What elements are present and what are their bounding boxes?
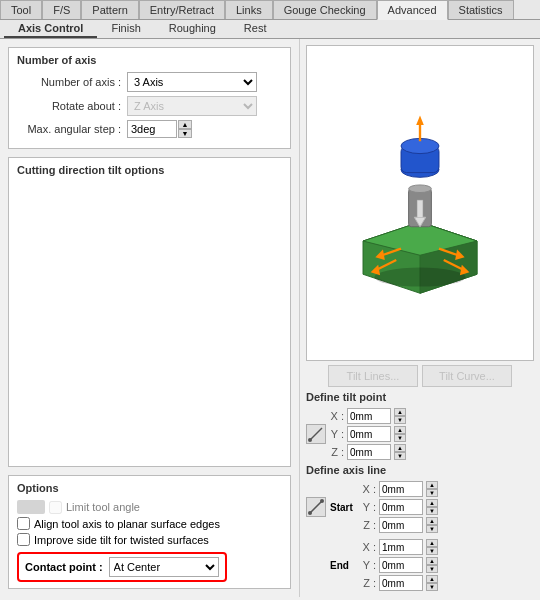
axis-end-y-down[interactable]: ▼	[426, 565, 438, 573]
axis-start-z-up[interactable]: ▲	[426, 517, 438, 525]
cutting-section: Cutting direction tilt options	[8, 157, 291, 467]
sub-tab-axis-control[interactable]: Axis Control	[4, 20, 97, 38]
limit-tool-angle-label: Limit tool angle	[66, 501, 140, 513]
axis-section-title: Number of axis	[17, 54, 282, 66]
axis-end-x-down[interactable]: ▼	[426, 547, 438, 555]
tab-tool[interactable]: Tool	[0, 0, 42, 19]
max-angular-spinner: ▲ ▼	[127, 120, 192, 138]
axis-start-x-label: X :	[362, 483, 376, 495]
axis-end-y-label: Y :	[362, 559, 376, 571]
improve-tilt-check[interactable]	[17, 533, 30, 546]
num-axis-select[interactable]: 3 Axis 4 Axis 5 Axis	[127, 72, 257, 92]
tilt-y-input[interactable]	[347, 426, 391, 442]
tilt-z-down[interactable]: ▼	[394, 452, 406, 460]
toggle-limit-tool[interactable]	[17, 500, 45, 514]
tilt-z-input[interactable]	[347, 444, 391, 460]
tilt-z-label: Z :	[330, 446, 344, 458]
axis-start-z-input[interactable]	[379, 517, 423, 533]
main-content: Number of axis Number of axis : 3 Axis 4…	[0, 39, 540, 597]
axis-end-row: End X : ▲ ▼ Y : ▲	[306, 539, 534, 591]
options-section: Options Limit tool angle Align tool axis…	[8, 475, 291, 589]
tilt-x-down[interactable]: ▼	[394, 416, 406, 424]
axis-start-z-down[interactable]: ▼	[426, 525, 438, 533]
max-angular-input[interactable]	[127, 120, 177, 138]
axis-end-z-up[interactable]: ▲	[426, 575, 438, 583]
align-tool-check[interactable]	[17, 517, 30, 530]
axis-start-z-spinner: ▲ ▼	[426, 517, 438, 533]
tab-gouge-checking[interactable]: Gouge Checking	[273, 0, 377, 19]
svg-line-23	[310, 501, 322, 513]
axis-end-y-spinner: ▲ ▼	[426, 557, 438, 573]
tab-pattern[interactable]: Pattern	[81, 0, 138, 19]
axis-start-coords: X : ▲ ▼ Y : ▲ ▼	[362, 481, 438, 533]
tilt-y-up[interactable]: ▲	[394, 426, 406, 434]
svg-point-25	[320, 499, 324, 503]
action-buttons: Tilt Lines... Tilt Curve...	[306, 365, 534, 387]
contact-point-row: Contact point : At Center At Contact At …	[17, 552, 227, 582]
axis-end-y-up[interactable]: ▲	[426, 557, 438, 565]
max-angular-up-btn[interactable]: ▲	[178, 120, 192, 129]
max-angular-down-btn[interactable]: ▼	[178, 129, 192, 138]
tilt-x-label: X :	[330, 410, 344, 422]
axis-end-z-label: Z :	[362, 577, 376, 589]
tab-links[interactable]: Links	[225, 0, 273, 19]
axis-end-x-input[interactable]	[379, 539, 423, 555]
tab-entry-retract[interactable]: Entry/Retract	[139, 0, 225, 19]
axis-start-y-down[interactable]: ▼	[426, 507, 438, 515]
axis-end-y-input[interactable]	[379, 557, 423, 573]
axis-start-row: Start X : ▲ ▼ Y : ▲	[306, 481, 534, 533]
sub-tab-finish[interactable]: Finish	[97, 20, 154, 38]
tilt-z-up[interactable]: ▲	[394, 444, 406, 452]
axis-start-x-row: X : ▲ ▼	[362, 481, 438, 497]
tab-statistics[interactable]: Statistics	[448, 0, 514, 19]
tilt-y-down[interactable]: ▼	[394, 434, 406, 442]
tilt-x-row: X : ▲ ▼	[330, 408, 406, 424]
tilt-point-coords: X : ▲ ▼ Y : ▲ ▼	[330, 408, 406, 460]
align-tool-label: Align tool axis to planar surface edges	[34, 518, 220, 530]
axis-end-y-row: Y : ▲ ▼	[362, 557, 438, 573]
sub-tab-roughing[interactable]: Roughing	[155, 20, 230, 38]
axis-start-y-spinner: ▲ ▼	[426, 499, 438, 515]
axis-start-z-label: Z :	[362, 519, 376, 531]
tilt-x-input[interactable]	[347, 408, 391, 424]
axis-end-z-input[interactable]	[379, 575, 423, 591]
num-axis-label: Number of axis :	[17, 76, 127, 88]
sub-tab-rest[interactable]: Rest	[230, 20, 281, 38]
axis-start-y-input[interactable]	[379, 499, 423, 515]
axis-start-y-row: Y : ▲ ▼	[362, 499, 438, 515]
axis-end-x-up[interactable]: ▲	[426, 539, 438, 547]
axis-start-y-up[interactable]: ▲	[426, 499, 438, 507]
axis-start-x-input[interactable]	[379, 481, 423, 497]
tilt-y-row: Y : ▲ ▼	[330, 426, 406, 442]
svg-point-3	[374, 268, 465, 287]
limit-tool-angle-check[interactable]	[49, 501, 62, 514]
svg-point-5	[409, 185, 432, 193]
axis-start-z-row: Z : ▲ ▼	[362, 517, 438, 533]
rotate-about-select[interactable]: Z Axis X Axis Y Axis	[127, 96, 257, 116]
axis-start-icon[interactable]	[306, 497, 326, 517]
tilt-curve-btn[interactable]: Tilt Curve...	[422, 365, 512, 387]
tilt-point-icon[interactable]	[306, 424, 326, 444]
axis-end-label: End	[330, 560, 358, 571]
axis-start-x-up[interactable]: ▲	[426, 481, 438, 489]
define-axis-title: Define axis line	[306, 464, 534, 476]
tilt-x-up[interactable]: ▲	[394, 408, 406, 416]
axis-end-z-down[interactable]: ▼	[426, 583, 438, 591]
tab-fs[interactable]: F/S	[42, 0, 81, 19]
tilt-lines-btn[interactable]: Tilt Lines...	[328, 365, 418, 387]
improve-tilt-row: Improve side tilt for twisted surfaces	[17, 533, 282, 546]
contact-point-select[interactable]: At Center At Contact At Tip	[109, 557, 219, 577]
max-angular-label: Max. angular step :	[17, 123, 127, 135]
align-tool-row: Align tool axis to planar surface edges	[17, 517, 282, 530]
options-section-title: Options	[17, 482, 282, 494]
axis-start-x-down[interactable]: ▼	[426, 489, 438, 497]
tilt-z-spinner: ▲ ▼	[394, 444, 406, 460]
define-axis-section: Define axis line Start X : ▲ ▼	[306, 464, 534, 591]
svg-rect-10	[417, 200, 423, 217]
axis-end-z-spinner: ▲ ▼	[426, 575, 438, 591]
axis-end-x-row: X : ▲ ▼	[362, 539, 438, 555]
model-svg	[340, 108, 500, 298]
svg-line-21	[310, 428, 322, 440]
svg-point-24	[308, 511, 312, 515]
tab-advanced[interactable]: Advanced	[377, 0, 448, 20]
